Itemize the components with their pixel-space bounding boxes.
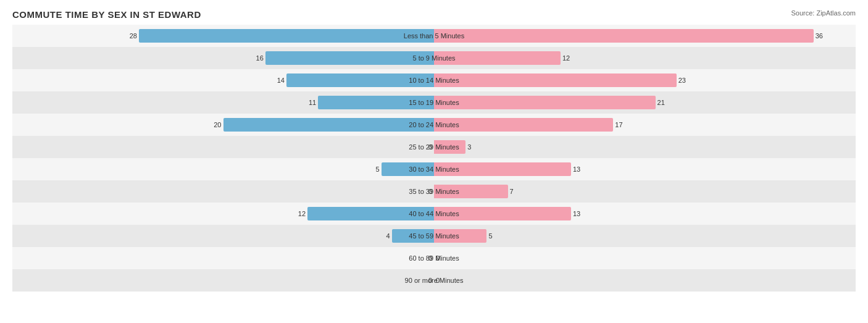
- male-value: 20: [214, 121, 221, 128]
- female-value: 17: [615, 121, 622, 128]
- female-value: 7: [510, 188, 514, 195]
- female-value: 13: [573, 210, 580, 217]
- chart-row: 15 to 19 Minutes1121: [12, 91, 856, 114]
- chart-row: 90 or more Minutes00: [12, 269, 856, 292]
- chart-row: 20 to 24 Minutes2017: [12, 114, 856, 136]
- male-bar: [265, 51, 434, 65]
- male-value: 0: [428, 277, 432, 284]
- female-value: 21: [657, 99, 665, 106]
- row-label: 10 to 14 Minutes: [409, 77, 459, 84]
- male-bar: [223, 118, 435, 132]
- chart-row: Less than 5 Minutes2836: [12, 25, 856, 47]
- male-value: 11: [309, 99, 316, 106]
- male-value: 4: [386, 232, 390, 240]
- female-value: 36: [816, 32, 823, 40]
- row-label: 15 to 19 Minutes: [409, 99, 459, 106]
- row-label: 5 to 9 Minutes: [412, 54, 455, 62]
- male-bar: [139, 29, 434, 43]
- male-value: 16: [256, 54, 264, 62]
- male-value: 0: [428, 254, 432, 262]
- chart-row: 25 to 29 Minutes03: [12, 136, 856, 158]
- chart-row: 10 to 14 Minutes1423: [12, 69, 856, 91]
- female-bar: [434, 73, 677, 87]
- male-value: 5: [376, 166, 380, 173]
- male-value: 14: [277, 77, 285, 84]
- source-label: Source: ZipAtlas.com: [791, 9, 856, 17]
- chart-row: 35 to 39 Minutes07: [12, 180, 856, 203]
- male-value: 28: [130, 32, 137, 40]
- female-value: 3: [467, 143, 471, 151]
- chart-row: 45 to 59 Minutes45: [12, 225, 856, 247]
- row-label: 45 to 59 Minutes: [409, 232, 459, 240]
- female-value: 5: [488, 232, 492, 240]
- row-label: 30 to 34 Minutes: [409, 166, 459, 173]
- row-label: Less than 5 Minutes: [404, 32, 464, 40]
- row-label: 60 to 89 Minutes: [409, 254, 459, 262]
- row-label: 40 to 44 Minutes: [409, 210, 459, 217]
- chart-row: 40 to 44 Minutes1213: [12, 203, 856, 225]
- row-label: 90 or more Minutes: [405, 277, 464, 284]
- male-value: 0: [428, 188, 432, 195]
- chart-area: Less than 5 Minutes28365 to 9 Minutes161…: [12, 25, 856, 277]
- male-value: 12: [298, 210, 306, 217]
- chart-container: COMMUTE TIME BY SEX IN ST EDWARD Source:…: [0, 0, 868, 323]
- chart-row: 5 to 9 Minutes1612: [12, 47, 856, 69]
- female-bar: [434, 96, 656, 109]
- chart-row: 30 to 34 Minutes513: [12, 158, 856, 180]
- female-value: 0: [436, 254, 440, 262]
- male-value: 0: [428, 143, 432, 151]
- female-value: 0: [436, 277, 440, 284]
- chart-row: 60 to 89 Minutes00: [12, 247, 856, 269]
- row-label: 25 to 29 Minutes: [409, 143, 459, 151]
- row-label: 35 to 39 Minutes: [409, 188, 459, 195]
- female-value: 13: [573, 166, 580, 173]
- female-bar: [434, 29, 814, 43]
- female-bar: [434, 118, 613, 132]
- chart-title: COMMUTE TIME BY SEX IN ST EDWARD: [12, 9, 856, 20]
- female-value: 23: [678, 77, 686, 84]
- female-value: 12: [562, 54, 570, 62]
- row-label: 20 to 24 Minutes: [409, 121, 459, 128]
